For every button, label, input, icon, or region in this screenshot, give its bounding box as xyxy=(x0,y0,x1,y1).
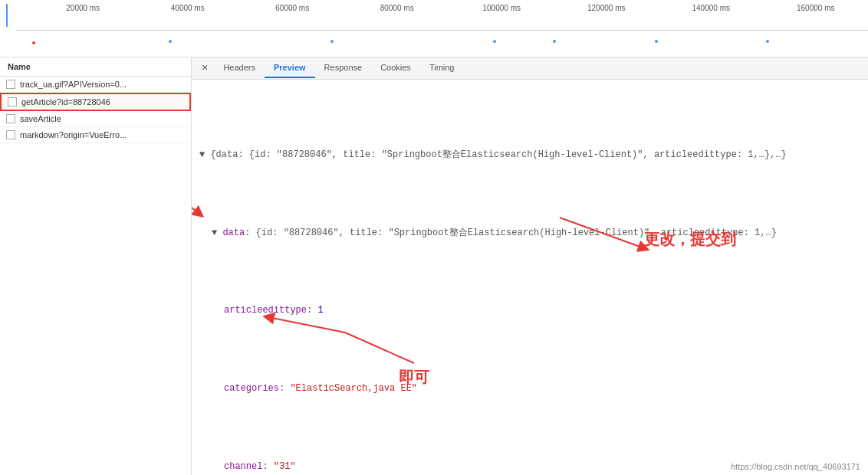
preview-container: ▼ {data: {id: "88728046", title: "Spring… xyxy=(192,80,868,475)
tick-7: 140000 ms xyxy=(659,4,764,12)
root-arrow[interactable]: ▼ xyxy=(199,147,210,162)
checkbox-4[interactable] xyxy=(6,130,15,139)
req-name-1: track_ua.gif?APIVersion=0... xyxy=(20,80,127,89)
tick-3: 60000 ms xyxy=(240,4,345,12)
tick-6: 120000 ms xyxy=(554,4,659,12)
checkbox-3[interactable] xyxy=(6,114,15,123)
watermark: https://blog.csdn.net/qq_40693171 xyxy=(731,462,860,471)
json-data-line: ▼ data: {id: "88728046", title: "Springb… xyxy=(199,225,860,241)
data-arrow[interactable]: ▼ xyxy=(212,225,222,241)
tick-1: 20000 ms xyxy=(31,4,136,12)
tab-cookies[interactable]: Cookies xyxy=(371,58,420,78)
timeline-blue-line xyxy=(6,4,8,27)
timeline-ruler: 20000 ms 40000 ms 60000 ms 80000 ms 1000… xyxy=(15,0,868,31)
timeline-bar-area xyxy=(15,31,868,57)
checkbox-1[interactable] xyxy=(6,80,15,89)
main-layout: Name track_ua.gif?APIVersion=0... getArt… xyxy=(0,57,868,475)
tick-4: 80000 ms xyxy=(345,4,450,12)
timeline-dot-6 xyxy=(655,40,658,43)
req-name-4: markdown?origin=VueErro... xyxy=(20,130,127,139)
tab-response[interactable]: Response xyxy=(315,58,372,78)
tab-preview[interactable]: Preview xyxy=(265,58,315,78)
timeline-dot-2 xyxy=(169,40,172,43)
timeline-dot-4 xyxy=(493,40,496,43)
checkbox-2[interactable] xyxy=(8,97,17,106)
request-item-2[interactable]: getArticle?id=88728046 xyxy=(0,93,191,111)
tab-close-button[interactable]: × xyxy=(196,57,214,79)
request-item-1[interactable]: track_ua.gif?APIVersion=0... xyxy=(0,77,191,93)
request-item-3[interactable]: saveArticle xyxy=(0,111,191,127)
json-articleedittype: articleedittype: 1 xyxy=(199,303,860,318)
timeline-panel: 20000 ms 40000 ms 60000 ms 80000 ms 1000… xyxy=(0,0,868,57)
timeline-dot-3 xyxy=(330,40,334,43)
tick-5: 100000 ms xyxy=(449,4,554,12)
right-panel: × Headers Preview Response Cookies Timin… xyxy=(192,57,868,475)
request-list: track_ua.gif?APIVersion=0... getArticle?… xyxy=(0,77,191,475)
json-categories: categories: "ElasticSearch,java EE" xyxy=(199,381,860,396)
left-panel: Name track_ua.gif?APIVersion=0... getArt… xyxy=(0,57,192,475)
tabs-bar: × Headers Preview Response Cookies Timin… xyxy=(192,57,868,80)
timeline-dot-7 xyxy=(766,40,769,43)
left-panel-header: Name xyxy=(0,57,191,77)
timeline-dot-5 xyxy=(553,40,556,43)
timeline-dot-1 xyxy=(32,41,35,44)
req-name-3: saveArticle xyxy=(20,114,61,123)
request-item-4[interactable]: markdown?origin=VueErro... xyxy=(0,127,191,143)
preview-area: ▼ {data: {id: "88728046", title: "Spring… xyxy=(192,80,868,475)
tab-headers[interactable]: Headers xyxy=(214,58,265,78)
tab-timing[interactable]: Timing xyxy=(420,58,464,78)
json-root-line: ▼ {data: {id: "88728046", title: "Spring… xyxy=(199,147,860,162)
req-name-2: getArticle?id=88728046 xyxy=(21,97,110,106)
tick-8: 160000 ms xyxy=(764,4,869,12)
tick-2: 40000 ms xyxy=(136,4,241,12)
